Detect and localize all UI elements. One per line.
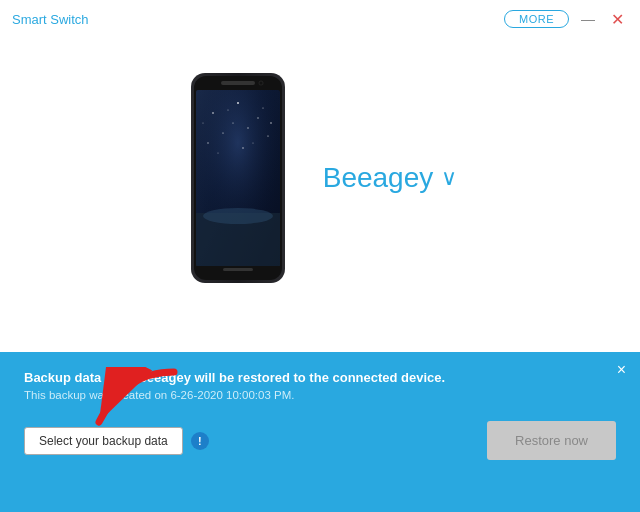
svg-point-10 bbox=[207, 142, 208, 143]
panel-subtitle: This backup was created on 6-26-2020 10:… bbox=[24, 389, 616, 401]
svg-point-6 bbox=[257, 117, 258, 118]
title-bar: Smart Switch MORE — ✕ bbox=[0, 0, 640, 38]
minimize-button[interactable]: — bbox=[577, 9, 599, 29]
restore-now-button[interactable]: Restore now bbox=[487, 421, 616, 460]
phone-image bbox=[183, 68, 293, 288]
svg-point-8 bbox=[247, 127, 249, 129]
main-content: Beeagey ∨ bbox=[0, 38, 640, 352]
svg-point-14 bbox=[217, 153, 218, 154]
svg-point-17 bbox=[227, 110, 228, 111]
bottom-panel: × Backup data from Beeagey will be resto… bbox=[0, 352, 640, 512]
info-icon[interactable]: ! bbox=[191, 432, 209, 450]
svg-point-16 bbox=[202, 122, 203, 123]
svg-point-11 bbox=[232, 123, 233, 124]
title-bar-left: Smart Switch bbox=[12, 12, 89, 27]
panel-actions: Select your backup data ! Restore now bbox=[24, 421, 616, 460]
svg-point-13 bbox=[270, 122, 272, 124]
more-button[interactable]: MORE bbox=[504, 10, 569, 28]
panel-close-button[interactable]: × bbox=[617, 362, 626, 378]
svg-point-7 bbox=[222, 132, 223, 133]
svg-point-12 bbox=[252, 142, 253, 143]
svg-point-23 bbox=[259, 82, 262, 85]
svg-point-4 bbox=[212, 112, 214, 114]
device-dropdown-icon[interactable]: ∨ bbox=[441, 165, 457, 191]
svg-rect-21 bbox=[221, 81, 255, 85]
svg-point-15 bbox=[242, 147, 243, 148]
device-section: Beeagey ∨ bbox=[183, 68, 458, 288]
app-title: Smart Switch bbox=[12, 12, 89, 27]
panel-title: Backup data from Beeagey will be restore… bbox=[24, 370, 616, 385]
close-button[interactable]: ✕ bbox=[607, 8, 628, 31]
panel-actions-left: Select your backup data ! bbox=[24, 427, 209, 455]
svg-point-5 bbox=[237, 102, 239, 104]
device-name: Beeagey bbox=[323, 162, 434, 194]
title-bar-right: MORE — ✕ bbox=[504, 8, 628, 31]
svg-point-20 bbox=[203, 208, 273, 224]
select-backup-button[interactable]: Select your backup data bbox=[24, 427, 183, 455]
svg-rect-24 bbox=[223, 268, 253, 271]
device-name-area: Beeagey ∨ bbox=[323, 162, 458, 194]
svg-point-18 bbox=[267, 135, 268, 136]
svg-point-9 bbox=[262, 108, 263, 109]
